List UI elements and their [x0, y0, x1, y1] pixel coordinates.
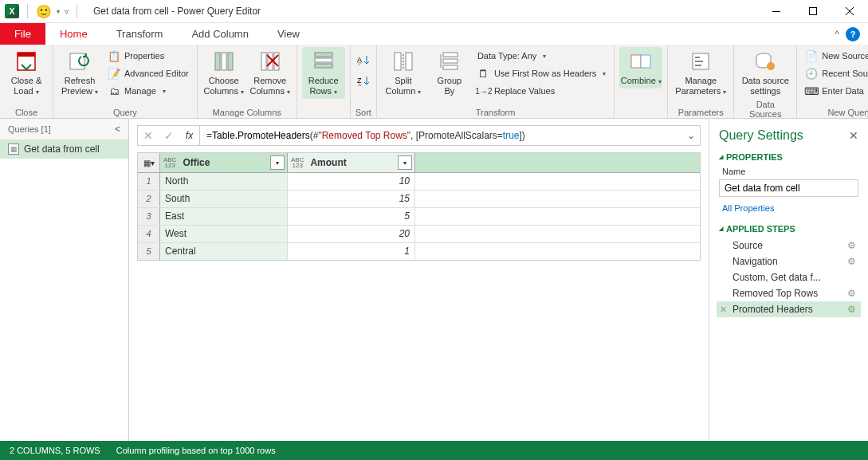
cell-amount[interactable]: 5	[288, 208, 415, 225]
collapse-ribbon-icon[interactable]: ^	[835, 29, 839, 40]
query-name-input[interactable]	[719, 179, 858, 197]
type-icon[interactable]: ABC123	[160, 157, 179, 168]
svg-rect-3	[18, 53, 35, 57]
data-type-button[interactable]: Data Type: Any	[474, 47, 609, 65]
help-icon[interactable]: ?	[846, 27, 860, 41]
step-label: Navigation	[732, 256, 778, 267]
cell-office[interactable]: East	[160, 208, 288, 225]
query-item[interactable]: ▦ Get data from cell	[0, 140, 128, 159]
main-area: Queries [1] < ▦ Get data from cell ✕ ✓ f…	[0, 119, 868, 441]
smiley-icon[interactable]: 🙂	[36, 4, 52, 19]
group-label-ds: Data Sources	[739, 98, 791, 119]
qat-divider-2	[77, 4, 77, 18]
table-corner-button[interactable]: ▦▾	[138, 153, 160, 172]
svg-rect-21	[443, 59, 458, 63]
applied-step[interactable]: Navigation⚙	[717, 254, 861, 269]
qat-overflow[interactable]: ▿	[65, 7, 69, 16]
close-load-button[interactable]: Close & Load	[5, 47, 48, 99]
table-row[interactable]: 4 West 20	[138, 226, 700, 243]
cell-amount[interactable]: 10	[288, 173, 415, 190]
gear-icon[interactable]: ⚙	[847, 304, 856, 315]
manage-parameters-button[interactable]: Manage Parameters	[673, 47, 729, 99]
cell-office[interactable]: Central	[160, 243, 288, 260]
formula-accept-icon[interactable]: ✓	[159, 126, 179, 145]
group-transform: Split Column Group By Data Type: Any 🗒Us…	[377, 45, 615, 118]
formula-expand-icon[interactable]: ⌄	[682, 130, 700, 141]
query-item-label: Get data from cell	[24, 144, 100, 155]
remove-columns-button[interactable]: Remove Columns	[249, 47, 292, 99]
file-tab[interactable]: File	[0, 23, 45, 45]
applied-step[interactable]: ✕Promoted Headers⚙	[717, 301, 861, 317]
group-by-button[interactable]: Group By	[428, 47, 471, 98]
step-label: Custom, Get data f...	[732, 272, 821, 283]
preview-area: ✕ ✓ fx = Table.PromoteHeaders(#"Removed …	[129, 119, 709, 441]
combine-button[interactable]: Combine	[619, 47, 662, 88]
new-source-button[interactable]: 📄New Source	[802, 47, 868, 65]
gear-icon[interactable]: ⚙	[847, 288, 856, 299]
advanced-editor-button[interactable]: 📝Advanced Editor	[104, 65, 192, 82]
addcolumn-tab[interactable]: Add Column	[177, 23, 263, 45]
formula-input[interactable]: = Table.PromoteHeaders(#"Removed Top Row…	[200, 130, 682, 141]
gear-icon[interactable]: ⚙	[847, 240, 856, 251]
cell-office[interactable]: West	[160, 226, 288, 242]
svg-text:Z: Z	[357, 61, 362, 65]
properties-header[interactable]: PROPERTIES	[709, 146, 868, 165]
close-button[interactable]	[831, 0, 868, 23]
cell-amount[interactable]: 15	[288, 191, 415, 207]
transform-tab[interactable]: Transform	[102, 23, 178, 45]
cell-amount[interactable]: 1	[288, 243, 415, 260]
applied-steps-header[interactable]: APPLIED STEPS	[709, 218, 868, 237]
group-label-query: Query	[58, 106, 192, 117]
sort-asc-button[interactable]: AZ	[355, 52, 371, 68]
sort-desc-button[interactable]: ZA	[355, 73, 371, 88]
data-source-settings-button[interactable]: Data source settings	[739, 47, 791, 98]
filter-icon[interactable]: ▾	[270, 155, 285, 170]
properties-button[interactable]: 📋Properties	[104, 47, 192, 65]
group-close: Close & Load Close	[0, 45, 53, 118]
group-label-params: Parameters	[673, 106, 729, 117]
filter-icon[interactable]: ▾	[398, 155, 412, 170]
column-header-office[interactable]: ABC123 Office ▾	[160, 153, 288, 172]
cell-office[interactable]: South	[160, 191, 288, 207]
manage-button[interactable]: 🗂Manage	[104, 82, 192, 100]
applied-step[interactable]: Removed Top Rows⚙	[717, 285, 861, 301]
group-reduce-rows: Reduce Rows	[297, 45, 351, 118]
home-tab[interactable]: Home	[45, 23, 102, 45]
view-tab[interactable]: View	[263, 23, 314, 45]
cell-office[interactable]: North	[160, 173, 288, 190]
minimize-button[interactable]	[758, 0, 795, 23]
enter-data-button[interactable]: ⌨Enter Data	[802, 82, 868, 100]
fx-icon[interactable]: fx	[179, 126, 200, 145]
type-icon[interactable]: ABC123	[288, 157, 307, 168]
collapse-queries-icon[interactable]: <	[115, 124, 120, 135]
all-properties-link[interactable]: All Properties	[709, 199, 868, 218]
table-row[interactable]: 3 East 5	[138, 208, 700, 226]
close-settings-icon[interactable]: ✕	[849, 129, 858, 142]
queries-header[interactable]: Queries [1] <	[0, 119, 128, 140]
formula-bar[interactable]: ✕ ✓ fx = Table.PromoteHeaders(#"Removed …	[137, 125, 701, 146]
status-columns-rows: 2 COLUMNS, 5 ROWS	[10, 446, 100, 455]
applied-step[interactable]: Custom, Get data f...	[717, 269, 861, 285]
choose-columns-button[interactable]: Choose Columns	[202, 47, 245, 99]
table-row[interactable]: 5 Central 1	[138, 243, 700, 260]
svg-rect-24	[641, 55, 650, 68]
first-row-headers-button[interactable]: 🗒Use First Row as Headers	[474, 65, 609, 82]
split-column-button[interactable]: Split Column	[382, 47, 425, 99]
table-row[interactable]: 2 South 15	[138, 191, 700, 208]
maximize-button[interactable]	[795, 0, 831, 23]
gear-icon[interactable]: ⚙	[847, 256, 856, 267]
query-settings-pane: Query Settings ✕ PROPERTIES Name All Pro…	[709, 119, 868, 441]
table-row[interactable]: 1 North 10	[138, 173, 700, 191]
formula-cancel-icon[interactable]: ✕	[138, 126, 159, 145]
reduce-rows-button[interactable]: Reduce Rows	[302, 47, 345, 99]
applied-step[interactable]: Source⚙	[717, 238, 861, 254]
refresh-preview-button[interactable]: Refresh Preview	[58, 47, 101, 99]
delete-step-icon[interactable]: ✕	[720, 305, 727, 315]
column-header-amount[interactable]: ABC123 Amount ▾	[288, 153, 415, 172]
replace-values-button[interactable]: 1→2Replace Values	[474, 82, 609, 100]
recent-sources-button[interactable]: 🕘Recent Sources	[802, 65, 868, 82]
qat-dropdown-icon[interactable]: ▾	[57, 8, 60, 15]
group-parameters: Manage Parameters Parameters	[668, 45, 734, 118]
svg-rect-13	[315, 64, 332, 68]
cell-amount[interactable]: 20	[288, 226, 415, 242]
